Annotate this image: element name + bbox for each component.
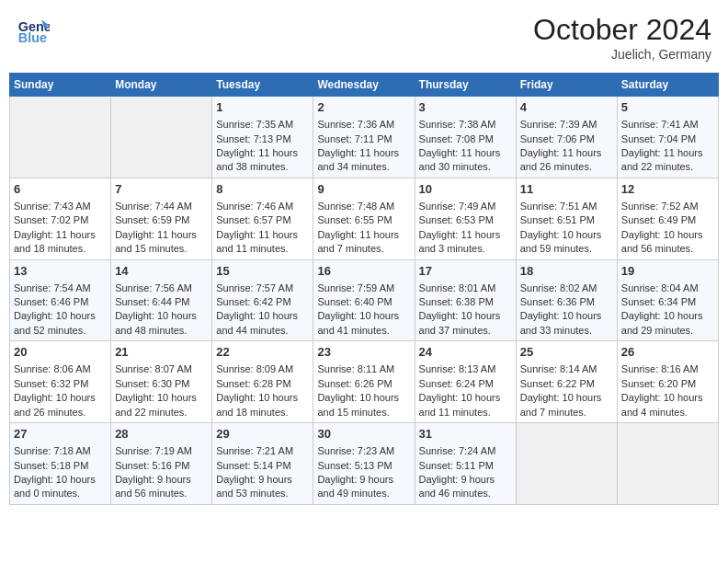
day-info: Sunrise: 7:51 AM bbox=[520, 200, 613, 213]
day-info: Daylight: 10 hours and 4 minutes. bbox=[621, 391, 714, 419]
day-info: Sunrise: 8:14 AM bbox=[520, 362, 613, 376]
day-number: 31 bbox=[419, 426, 512, 442]
calendar-cell: 5Sunrise: 7:41 AMSunset: 7:04 PMDaylight… bbox=[617, 97, 718, 178]
calendar-table: SundayMondayTuesdayWednesdayThursdayFrid… bbox=[9, 73, 719, 505]
day-info: Daylight: 9 hours and 56 minutes. bbox=[115, 473, 208, 501]
day-info: Sunrise: 7:52 AM bbox=[621, 200, 714, 213]
day-number: 7 bbox=[115, 181, 208, 198]
calendar-cell: 10Sunrise: 7:49 AMSunset: 6:53 PMDayligh… bbox=[415, 178, 516, 259]
day-info: Sunset: 6:24 PM bbox=[419, 377, 512, 391]
day-number: 9 bbox=[317, 181, 410, 198]
day-info: Sunrise: 8:16 AM bbox=[621, 362, 714, 376]
day-info: Sunset: 6:51 PM bbox=[520, 213, 613, 227]
calendar-cell: 27Sunrise: 7:18 AMSunset: 5:18 PMDayligh… bbox=[10, 423, 111, 505]
calendar-cell: 24Sunrise: 8:13 AMSunset: 6:24 PMDayligh… bbox=[415, 341, 516, 423]
day-info: Daylight: 11 hours and 34 minutes. bbox=[317, 146, 410, 175]
title-block: October 2024 Juelich, Germany bbox=[533, 13, 711, 62]
day-info: Daylight: 9 hours and 46 minutes. bbox=[419, 473, 512, 501]
day-number: 26 bbox=[621, 344, 714, 361]
day-number: 13 bbox=[14, 263, 107, 280]
day-info: Sunset: 6:57 PM bbox=[216, 213, 309, 227]
calendar-cell: 31Sunrise: 7:24 AMSunset: 5:11 PMDayligh… bbox=[415, 423, 516, 505]
day-info: Daylight: 11 hours and 22 minutes. bbox=[621, 146, 714, 175]
day-info: Daylight: 10 hours and 11 minutes. bbox=[419, 391, 512, 419]
day-info: Daylight: 11 hours and 15 minutes. bbox=[115, 228, 208, 257]
day-info: Sunset: 7:13 PM bbox=[216, 132, 309, 146]
day-info: Sunset: 6:53 PM bbox=[419, 213, 512, 227]
day-number: 10 bbox=[419, 181, 512, 198]
day-info: Sunrise: 8:01 AM bbox=[419, 282, 512, 295]
day-number: 1 bbox=[216, 99, 309, 116]
day-info: Sunrise: 7:39 AM bbox=[520, 118, 613, 132]
calendar-cell: 6Sunrise: 7:43 AMSunset: 7:02 PMDaylight… bbox=[10, 178, 111, 259]
calendar-header: SundayMondayTuesdayWednesdayThursdayFrid… bbox=[10, 74, 719, 97]
day-info: Sunrise: 7:36 AM bbox=[317, 118, 410, 132]
day-info: Sunset: 6:46 PM bbox=[14, 295, 107, 309]
logo-icon: General Blue bbox=[17, 13, 50, 46]
day-number: 19 bbox=[621, 263, 714, 280]
week-row-4: 27Sunrise: 7:18 AMSunset: 5:18 PMDayligh… bbox=[10, 423, 719, 505]
calendar-cell bbox=[516, 423, 617, 505]
day-info: Sunset: 6:36 PM bbox=[520, 295, 613, 309]
calendar-cell: 15Sunrise: 7:57 AMSunset: 6:42 PMDayligh… bbox=[212, 259, 313, 341]
day-info: Daylight: 11 hours and 18 minutes. bbox=[14, 228, 107, 257]
day-info: Daylight: 10 hours and 41 minutes. bbox=[317, 309, 410, 338]
day-number: 23 bbox=[317, 344, 410, 361]
day-number: 21 bbox=[115, 344, 208, 361]
calendar-cell: 22Sunrise: 8:09 AMSunset: 6:28 PMDayligh… bbox=[212, 341, 313, 423]
calendar-cell: 30Sunrise: 7:23 AMSunset: 5:13 PMDayligh… bbox=[313, 423, 415, 505]
calendar-cell: 16Sunrise: 7:59 AMSunset: 6:40 PMDayligh… bbox=[313, 259, 415, 341]
day-number: 28 bbox=[115, 426, 208, 442]
day-info: Sunset: 6:40 PM bbox=[317, 295, 410, 309]
calendar-cell: 20Sunrise: 8:06 AMSunset: 6:32 PMDayligh… bbox=[10, 341, 111, 423]
day-info: Sunset: 5:18 PM bbox=[14, 459, 107, 473]
calendar-cell: 9Sunrise: 7:48 AMSunset: 6:55 PMDaylight… bbox=[313, 178, 415, 259]
day-info: Sunrise: 7:44 AM bbox=[115, 200, 208, 213]
day-info: Sunrise: 7:48 AM bbox=[317, 200, 410, 213]
day-info: Sunset: 6:32 PM bbox=[14, 377, 107, 391]
calendar-cell bbox=[10, 97, 111, 178]
calendar-cell: 23Sunrise: 8:11 AMSunset: 6:26 PMDayligh… bbox=[313, 341, 415, 423]
day-info: Daylight: 10 hours and 37 minutes. bbox=[419, 309, 512, 338]
calendar-cell: 8Sunrise: 7:46 AMSunset: 6:57 PMDaylight… bbox=[212, 178, 313, 259]
day-info: Daylight: 10 hours and 56 minutes. bbox=[621, 228, 714, 257]
day-info: Sunset: 6:20 PM bbox=[621, 377, 714, 391]
calendar-cell: 3Sunrise: 7:38 AMSunset: 7:08 PMDaylight… bbox=[415, 97, 516, 178]
day-info: Sunrise: 7:19 AM bbox=[115, 444, 208, 458]
day-info: Sunset: 7:11 PM bbox=[317, 132, 410, 146]
day-info: Sunrise: 7:57 AM bbox=[216, 282, 309, 295]
day-info: Sunrise: 8:09 AM bbox=[216, 362, 309, 376]
calendar-cell: 21Sunrise: 8:07 AMSunset: 6:30 PMDayligh… bbox=[111, 341, 212, 423]
day-number: 29 bbox=[216, 426, 309, 442]
calendar-cell: 7Sunrise: 7:44 AMSunset: 6:59 PMDaylight… bbox=[111, 178, 212, 259]
day-info: Sunrise: 8:11 AM bbox=[317, 362, 410, 376]
day-info: Sunset: 6:55 PM bbox=[317, 213, 410, 227]
header-row: SundayMondayTuesdayWednesdayThursdayFrid… bbox=[10, 74, 719, 97]
day-number: 27 bbox=[14, 426, 107, 442]
day-number: 16 bbox=[317, 263, 410, 280]
calendar-cell: 11Sunrise: 7:51 AMSunset: 6:51 PMDayligh… bbox=[516, 178, 617, 259]
day-info: Daylight: 10 hours and 33 minutes. bbox=[520, 309, 613, 338]
header-day-wednesday: Wednesday bbox=[313, 74, 415, 97]
day-number: 24 bbox=[419, 344, 512, 361]
day-info: Sunset: 6:30 PM bbox=[115, 377, 208, 391]
calendar-cell: 28Sunrise: 7:19 AMSunset: 5:16 PMDayligh… bbox=[111, 423, 212, 505]
day-info: Sunrise: 7:23 AM bbox=[317, 444, 410, 458]
day-info: Sunset: 6:28 PM bbox=[216, 377, 309, 391]
day-number: 5 bbox=[621, 99, 714, 116]
day-info: Sunrise: 7:35 AM bbox=[216, 118, 309, 132]
day-info: Daylight: 10 hours and 0 minutes. bbox=[14, 473, 107, 501]
day-number: 22 bbox=[216, 344, 309, 361]
day-info: Daylight: 9 hours and 49 minutes. bbox=[317, 473, 410, 501]
day-info: Sunset: 6:26 PM bbox=[317, 377, 410, 391]
day-info: Daylight: 11 hours and 38 minutes. bbox=[216, 146, 309, 175]
calendar-cell: 14Sunrise: 7:56 AMSunset: 6:44 PMDayligh… bbox=[111, 259, 212, 341]
day-info: Daylight: 11 hours and 3 minutes. bbox=[419, 228, 512, 257]
day-info: Sunset: 6:44 PM bbox=[115, 295, 208, 309]
header-day-saturday: Saturday bbox=[617, 74, 718, 97]
day-number: 11 bbox=[520, 181, 613, 198]
calendar-cell: 1Sunrise: 7:35 AMSunset: 7:13 PMDaylight… bbox=[212, 97, 313, 178]
logo: General Blue bbox=[17, 13, 53, 46]
day-info: Daylight: 9 hours and 53 minutes. bbox=[216, 473, 309, 501]
day-info: Sunset: 6:59 PM bbox=[115, 213, 208, 227]
